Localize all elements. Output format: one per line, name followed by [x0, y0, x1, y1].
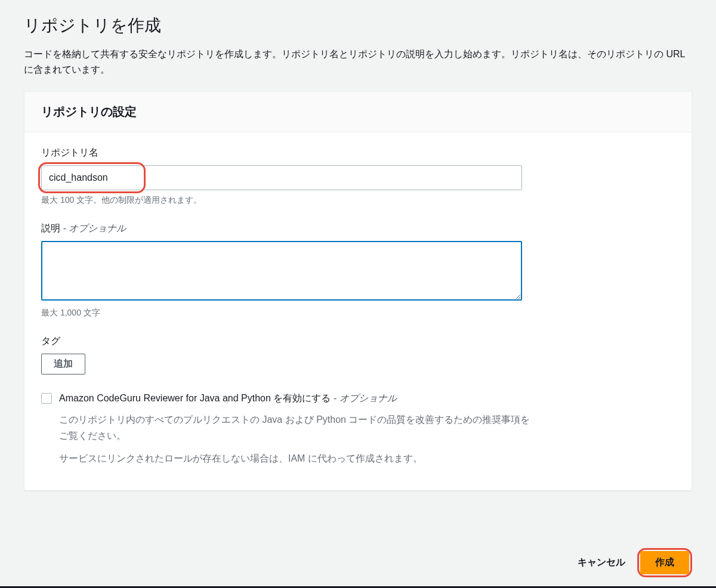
description-optional: - オプショナル — [60, 223, 126, 233]
add-tag-button[interactable]: 追加 — [41, 354, 85, 375]
panel-header: リポジトリの設定 — [24, 92, 692, 132]
page-description: コードを格納して共有する安全なリポジトリを作成します。リポジトリ名とリポジトリの… — [24, 47, 692, 77]
repo-name-input[interactable] — [41, 165, 522, 190]
description-help: 最大 1,000 文字 — [41, 308, 675, 318]
repo-name-label: リポジトリ名 — [41, 147, 675, 159]
create-button-highlight: 作成 — [637, 548, 692, 577]
codeguru-checkbox[interactable] — [41, 393, 52, 404]
description-textarea[interactable] — [41, 241, 522, 301]
description-label: 説明 - オプショナル — [41, 222, 675, 235]
panel-title: リポジトリの設定 — [41, 104, 675, 120]
tags-label: タグ — [41, 335, 675, 348]
codeguru-desc-2: サービスにリンクされたロールが存在しない場合は、IAM に代わって作成されます。 — [59, 450, 530, 466]
description-label-text: 説明 — [41, 223, 60, 233]
page-title: リポジトリを作成 — [24, 14, 692, 37]
codeguru-label-text: Amazon CodeGuru Reviewer for Java and Py… — [59, 393, 331, 403]
footer-actions: キャンセル 作成 — [575, 548, 692, 577]
repo-name-help: 最大 100 文字。他の制限が適用されます。 — [41, 195, 675, 206]
codeguru-desc-1: このリポジトリ内のすべてのプルリクエストの Java および Python コー… — [59, 411, 530, 444]
create-button[interactable]: 作成 — [640, 551, 689, 574]
settings-panel: リポジトリの設定 リポジトリ名 最大 100 文字。他の制限が適用されます。 説… — [24, 91, 692, 491]
codeguru-label: Amazon CodeGuru Reviewer for Java and Py… — [59, 391, 530, 406]
codeguru-optional: - オプショナル — [331, 393, 396, 403]
cancel-button[interactable]: キャンセル — [575, 552, 628, 574]
